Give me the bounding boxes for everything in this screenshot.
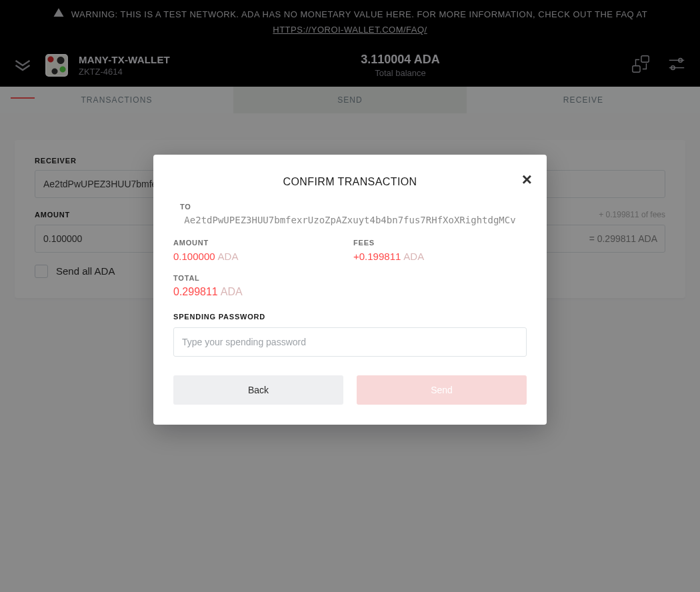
confirm-transaction-modal: CONFIRM TRANSACTION × TO Ae2tdPwUPEZ3HUU… [153, 155, 547, 425]
to-address: Ae2tdPwUPEZ3HUU7bmfexrUzoZpAZxuyt4b4bn7f… [173, 215, 527, 225]
amount-value-modal: 0.100000 [173, 251, 215, 262]
modal-title: CONFIRM TRANSACTION [173, 176, 527, 188]
fees-value: +0.199811 [353, 251, 401, 262]
total-unit: ADA [221, 286, 243, 297]
to-label: TO [173, 203, 527, 211]
spending-password-label: SPENDING PASSWORD [173, 313, 527, 321]
close-icon[interactable]: × [522, 171, 532, 188]
amount-label-modal: AMOUNT [173, 239, 347, 247]
fees-label: FEES [353, 239, 527, 247]
amount-unit: ADA [218, 251, 239, 262]
spending-password-input[interactable] [173, 327, 527, 357]
total-label: TOTAL [173, 274, 527, 282]
send-button[interactable]: Send [357, 375, 527, 405]
back-button[interactable]: Back [173, 375, 343, 405]
fees-unit: ADA [403, 251, 424, 262]
total-value: 0.299811 [173, 286, 218, 297]
